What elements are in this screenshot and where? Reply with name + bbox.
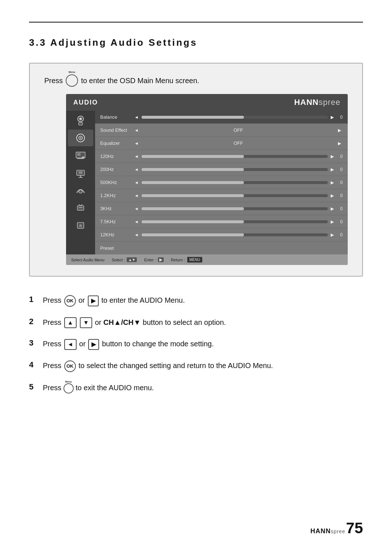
step-5-number: 5 bbox=[29, 382, 39, 392]
footer-logo-hann: HANNspree bbox=[310, 527, 345, 535]
osd-footer-return-btn: MENU bbox=[187, 257, 203, 263]
step-4-number: 4 bbox=[29, 360, 39, 370]
osd-label-equalizer: Equalizer bbox=[100, 140, 133, 146]
press-word: Press bbox=[44, 77, 63, 85]
osd-row-sound-effect: Sound Effect ◄ OFF ▶ bbox=[95, 124, 348, 137]
svg-point-1 bbox=[79, 118, 82, 120]
osd-slider-3khz bbox=[142, 207, 328, 210]
page-number: 75 bbox=[346, 519, 363, 537]
osd-icon-audio bbox=[68, 112, 93, 129]
osd-row-1-2khz: 1.2KHz ◄ ▶ 0 bbox=[95, 189, 348, 202]
step-1: 1 Press OK or ▶ to enter the AUDIO Menu. bbox=[29, 295, 363, 307]
svg-rect-2 bbox=[79, 122, 83, 125]
osd-value-sound-effect: OFF bbox=[140, 127, 336, 133]
step-5: 5 Press Menu to exit the AUDIO menu. bbox=[29, 382, 363, 393]
osd-icon-5 bbox=[68, 182, 93, 199]
osd-icons-column: n bbox=[66, 111, 95, 254]
osd-header: AUDIO HANNspree bbox=[66, 94, 348, 111]
step-3-left-btn: ◄ bbox=[64, 339, 77, 350]
step-3-right-btn: ▶ bbox=[88, 339, 99, 350]
svg-point-13 bbox=[79, 190, 82, 193]
osd-icon-4 bbox=[68, 164, 93, 181]
svg-point-5 bbox=[80, 137, 81, 139]
step-3-number: 3 bbox=[29, 338, 39, 348]
osd-left-arrow-balance: ◄ bbox=[134, 115, 139, 120]
osd-footer: Select Audio Menu Select : ▲▼ Enter : ▶ … bbox=[66, 254, 348, 265]
step-4-content: Press OK to select the changed setting a… bbox=[43, 360, 363, 372]
step-2-number: 2 bbox=[29, 317, 39, 326]
osd-slider-500khz bbox=[142, 181, 328, 184]
osd-label-balance: Balance bbox=[100, 114, 133, 120]
step-4: 4 Press OK to select the changed setting… bbox=[29, 360, 363, 372]
osd-footer-return-label: Return : bbox=[171, 258, 185, 262]
step-3: 3 Press ◄ or ▶ button to change the mode… bbox=[29, 338, 363, 350]
osd-row-500khz: 500KHz ◄ ▶ 0 bbox=[95, 176, 348, 189]
osd-value-equalizer: OFF bbox=[140, 140, 336, 146]
osd-slider-1-2khz bbox=[142, 194, 328, 197]
step-1-number: 1 bbox=[29, 295, 39, 304]
osd-footer-select-label: Select : bbox=[112, 258, 125, 262]
osd-audio-label: AUDIO bbox=[73, 99, 98, 106]
section-title: 3.3 Adjusting Audio Settings bbox=[29, 37, 363, 48]
osd-row-3khz: 3KHz ◄ ▶ 0 bbox=[95, 202, 348, 215]
osd-row-200hz: 200Hz ◄ ▶ 0 bbox=[95, 163, 348, 176]
osd-label-12khz: 12KHz bbox=[100, 232, 133, 237]
osd-label-500khz: 500KHz bbox=[100, 180, 133, 185]
osd-row-balance: Balance ◄ ▶ 0 bbox=[95, 111, 348, 124]
press-instruction: Press Menu to enter the OSD Main Menu sc… bbox=[44, 74, 348, 87]
osd-row-preset: Preset bbox=[95, 241, 348, 254]
step-4-ok-btn: OK bbox=[64, 360, 76, 372]
step-1-ok-btn: OK bbox=[64, 295, 76, 307]
osd-row-equalizer: Equalizer ◄ OFF ▶ bbox=[95, 137, 348, 150]
osd-label-120hz: 120Hz bbox=[100, 154, 133, 159]
top-rule bbox=[29, 22, 363, 23]
step-3-content: Press ◄ or ▶ button to change the mode s… bbox=[43, 338, 363, 350]
step-1-content: Press OK or ▶ to enter the AUDIO Menu. bbox=[43, 295, 363, 307]
osd-icon-active bbox=[68, 130, 93, 146]
osd-icon-3 bbox=[68, 147, 93, 164]
osd-row-12khz: 12KHz ◄ ▶ 0 bbox=[95, 228, 348, 241]
osd-slider-balance bbox=[142, 116, 328, 119]
footer-logo-spree: spree bbox=[331, 529, 345, 534]
osd-content-area: Balance ◄ ▶ 0 Sound Effect ◄ OFF ▶ bbox=[95, 111, 348, 254]
osd-icon-6 bbox=[68, 199, 93, 216]
svg-rect-14 bbox=[77, 206, 84, 211]
steps-list: 1 Press OK or ▶ to enter the AUDIO Menu.… bbox=[29, 295, 363, 393]
osd-label-1-2khz: 1.2KHz bbox=[100, 193, 133, 198]
step-2-up-btn: ▲ bbox=[64, 317, 77, 328]
osd-footer-enter-label: Enter : bbox=[144, 258, 156, 262]
osd-label-3khz: 3KHz bbox=[100, 206, 133, 211]
osd-slider-7-5khz bbox=[142, 220, 328, 223]
step-5-menu-btn: Menu bbox=[64, 383, 74, 393]
svg-text:n: n bbox=[79, 223, 82, 228]
step-2: 2 Press ▲ ▼ or CH▲/CH▼ button to select … bbox=[29, 317, 363, 328]
page-footer: HANNspree 75 bbox=[310, 519, 363, 537]
step-5-content: Press Menu to exit the AUDIO menu. bbox=[43, 382, 363, 393]
osd-row-7-5khz: 7.5KHz ◄ ▶ 0 bbox=[95, 215, 348, 228]
osd-slider-12khz bbox=[142, 233, 328, 236]
osd-footer-enter-section: Enter : ▶ bbox=[144, 257, 163, 262]
logo-spree: spree bbox=[319, 98, 340, 107]
press-suffix: to enter the OSD Main Menu screen. bbox=[81, 77, 199, 85]
osd-value-balance: 0 bbox=[335, 115, 343, 120]
step-2-ch-label: CH▲/CH▼ bbox=[103, 318, 141, 326]
osd-footer-return-section: Return : MENU bbox=[171, 257, 203, 263]
step-2-content: Press ▲ ▼ or CH▲/CH▼ button to select an… bbox=[43, 317, 363, 328]
osd-footer-select-btn: ▲▼ bbox=[127, 257, 137, 262]
osd-right-arrow-balance: ▶ bbox=[331, 115, 334, 120]
step-1-right-btn: ▶ bbox=[88, 295, 99, 306]
step-2-down-btn: ▼ bbox=[80, 317, 92, 328]
osd-container: Press Menu to enter the OSD Main Menu sc… bbox=[29, 63, 363, 277]
svg-rect-7 bbox=[77, 153, 81, 156]
osd-slider-120hz bbox=[142, 155, 328, 158]
osd-label-sound-effect: Sound Effect bbox=[100, 127, 133, 133]
osd-label-7-5khz: 7.5KHz bbox=[100, 219, 133, 224]
logo-hann: HANN bbox=[294, 98, 319, 107]
osd-footer-select-audio: Select Audio Menu bbox=[71, 258, 105, 262]
svg-rect-8 bbox=[82, 157, 85, 158]
osd-body: n Balance ◄ ▶ 0 Sound Effect bbox=[66, 111, 348, 254]
osd-label-200hz: 200Hz bbox=[100, 167, 133, 172]
svg-rect-10 bbox=[79, 171, 83, 174]
osd-icon-7: n bbox=[68, 217, 93, 233]
osd-logo: HANNspree bbox=[294, 98, 340, 107]
